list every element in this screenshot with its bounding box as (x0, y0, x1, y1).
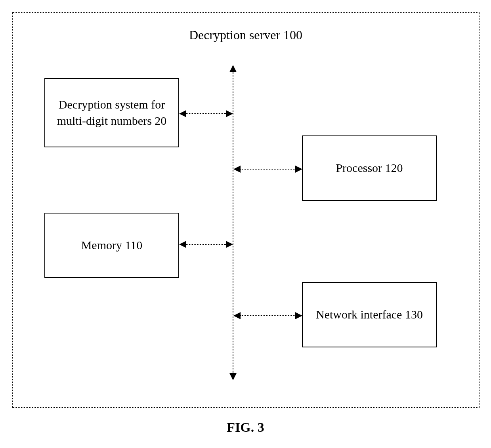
box-network-interface: Network interface 130 (302, 282, 437, 347)
connector-decryption (186, 113, 226, 114)
arrow-right-icon (295, 312, 302, 319)
figure-label: FIG. 3 (0, 420, 491, 435)
arrow-down-icon (229, 373, 237, 380)
connector-network (241, 315, 295, 316)
arrow-right-icon (226, 241, 233, 248)
diagram-container: Decryption server 100 Decryption system … (12, 12, 480, 408)
diagram-title: Decryption server 100 (13, 28, 479, 42)
arrow-left-icon (233, 166, 241, 173)
connector-processor (241, 169, 295, 170)
box-memory-label: Memory 110 (81, 237, 143, 254)
box-decryption-system: Decryption system for multi-digit number… (44, 78, 179, 147)
arrow-left-icon (179, 110, 186, 117)
arrow-up-icon (229, 65, 237, 72)
bus-line (233, 72, 233, 373)
box-network-interface-label: Network interface 130 (316, 307, 423, 323)
box-processor: Processor 120 (302, 135, 437, 201)
arrow-left-icon (233, 312, 241, 319)
arrow-left-icon (179, 241, 186, 248)
arrow-right-icon (295, 166, 302, 173)
arrow-right-icon (226, 110, 233, 117)
box-decryption-system-label: Decryption system for multi-digit number… (48, 97, 175, 129)
box-memory: Memory 110 (44, 213, 179, 278)
connector-memory (186, 244, 226, 245)
box-processor-label: Processor 120 (336, 160, 403, 176)
